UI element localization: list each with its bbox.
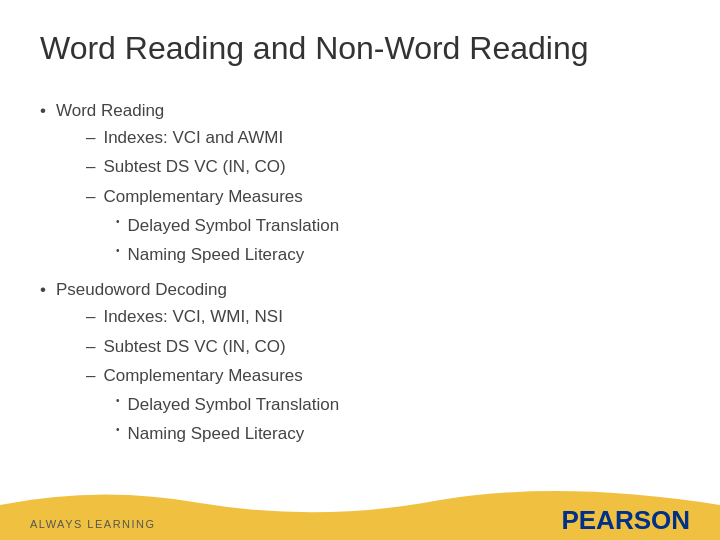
dash-2-3-marker: –	[86, 362, 95, 389]
dot-2-1-marker: •	[116, 391, 120, 410]
footer-left-text: ALWAYS LEARNING	[30, 514, 156, 532]
bullet-2-comp: • Delayed Symbol Translation • Naming Sp…	[86, 391, 339, 447]
bullet-1-comp: • Delayed Symbol Translation • Naming Sp…	[86, 212, 339, 268]
dash-1-3-marker: –	[86, 183, 95, 210]
slide-title: Word Reading and Non-Word Reading	[0, 0, 720, 77]
bullet-2-marker: •	[40, 276, 46, 303]
footer-right-text: PEARSON	[561, 505, 690, 536]
content-area: • Word Reading – Indexes: VCI and AWMI –…	[0, 77, 720, 473]
dash-2-1-text: Indexes: VCI, WMI, NSI	[103, 303, 283, 330]
bullet-2-dashes: – Indexes: VCI, WMI, NSI – Subtest DS VC…	[56, 303, 339, 447]
slide: Word Reading and Non-Word Reading • Word…	[0, 0, 720, 540]
footer: ALWAYS LEARNING PEARSON	[0, 485, 720, 540]
dot-1-1-text: Delayed Symbol Translation	[127, 212, 339, 239]
dot-2-2-marker: •	[116, 420, 120, 439]
dash-1-2-text: Subtest DS VC (IN, CO)	[103, 153, 285, 180]
bullet-2-label: Pseudoword Decoding	[56, 280, 227, 299]
dash-1-3: – Complementary Measures	[86, 183, 339, 210]
dash-2-3: – Complementary Measures	[86, 362, 339, 389]
pearson-logo: PEARSON	[561, 505, 690, 535]
dot-1-1-marker: •	[116, 212, 120, 231]
dash-1-3-text: Complementary Measures	[103, 183, 302, 210]
dash-1-1: – Indexes: VCI and AWMI	[86, 124, 339, 151]
bullet-2: • Pseudoword Decoding – Indexes: VCI, WM…	[40, 276, 680, 449]
dot-2-2-text: Naming Speed Literacy	[127, 420, 304, 447]
dash-1-2: – Subtest DS VC (IN, CO)	[86, 153, 339, 180]
dot-1-1: • Delayed Symbol Translation	[116, 212, 339, 239]
dash-2-3-text: Complementary Measures	[103, 362, 302, 389]
dash-2-1-marker: –	[86, 303, 95, 330]
dash-1-1-text: Indexes: VCI and AWMI	[103, 124, 283, 151]
dot-1-2-marker: •	[116, 241, 120, 260]
dash-2-1: – Indexes: VCI, WMI, NSI	[86, 303, 339, 330]
dash-2-2: – Subtest DS VC (IN, CO)	[86, 333, 339, 360]
dash-2-2-text: Subtest DS VC (IN, CO)	[103, 333, 285, 360]
dash-1-1-marker: –	[86, 124, 95, 151]
dash-2-2-marker: –	[86, 333, 95, 360]
dash-1-2-marker: –	[86, 153, 95, 180]
bullet-2-content: Pseudoword Decoding – Indexes: VCI, WMI,…	[56, 276, 339, 449]
dot-1-2: • Naming Speed Literacy	[116, 241, 339, 268]
bullet-1: • Word Reading – Indexes: VCI and AWMI –…	[40, 97, 680, 270]
always-learning-label: ALWAYS LEARNING	[30, 518, 156, 530]
dot-2-1: • Delayed Symbol Translation	[116, 391, 339, 418]
bullet-1-content: Word Reading – Indexes: VCI and AWMI – S…	[56, 97, 339, 270]
bullet-1-marker: •	[40, 97, 46, 124]
bullet-1-dashes: – Indexes: VCI and AWMI – Subtest DS VC …	[56, 124, 339, 268]
bullet-1-label: Word Reading	[56, 101, 164, 120]
dot-1-2-text: Naming Speed Literacy	[127, 241, 304, 268]
dot-2-2: • Naming Speed Literacy	[116, 420, 339, 447]
dot-2-1-text: Delayed Symbol Translation	[127, 391, 339, 418]
